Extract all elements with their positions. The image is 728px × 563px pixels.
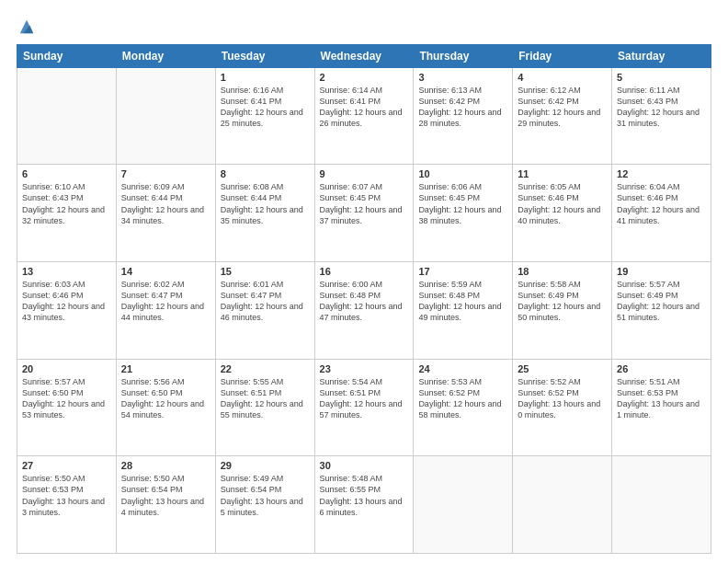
calendar-cell: 26Sunrise: 5:51 AM Sunset: 6:53 PM Dayli… (612, 359, 711, 456)
day-number: 5 (617, 72, 706, 83)
day-number: 28 (121, 460, 210, 471)
day-number: 14 (121, 266, 210, 277)
calendar-cell: 16Sunrise: 6:00 AM Sunset: 6:48 PM Dayli… (314, 261, 414, 359)
calendar-cell (414, 456, 513, 554)
day-content: Sunrise: 5:57 AM Sunset: 6:49 PM Dayligh… (617, 279, 706, 324)
day-number: 15 (221, 266, 310, 277)
day-content: Sunrise: 6:04 AM Sunset: 6:46 PM Dayligh… (617, 181, 706, 226)
calendar-cell: 30Sunrise: 5:48 AM Sunset: 6:55 PM Dayli… (314, 456, 414, 554)
day-number: 21 (121, 363, 210, 374)
calendar-cell (17, 67, 117, 165)
calendar-cell: 27Sunrise: 5:50 AM Sunset: 6:53 PM Dayli… (17, 456, 117, 554)
day-content: Sunrise: 5:50 AM Sunset: 6:54 PM Dayligh… (121, 473, 210, 518)
day-number: 25 (518, 363, 607, 374)
calendar-cell: 9Sunrise: 6:07 AM Sunset: 6:45 PM Daylig… (314, 165, 414, 262)
day-number: 17 (418, 266, 507, 277)
day-number: 29 (221, 460, 310, 471)
day-content: Sunrise: 6:05 AM Sunset: 6:46 PM Dayligh… (518, 181, 607, 226)
calendar-cell: 21Sunrise: 5:56 AM Sunset: 6:50 PM Dayli… (116, 359, 215, 456)
day-number: 23 (320, 363, 409, 374)
day-number: 3 (418, 72, 507, 83)
calendar-cell: 13Sunrise: 6:03 AM Sunset: 6:46 PM Dayli… (17, 261, 117, 359)
calendar-cell: 24Sunrise: 5:53 AM Sunset: 6:52 PM Dayli… (414, 359, 513, 456)
calendar-cell: 4Sunrise: 6:12 AM Sunset: 6:42 PM Daylig… (513, 67, 612, 165)
weekday-header-cell: Friday (513, 44, 612, 67)
calendar-cell: 2Sunrise: 6:14 AM Sunset: 6:41 PM Daylig… (314, 67, 414, 165)
day-content: Sunrise: 5:48 AM Sunset: 6:55 PM Dayligh… (320, 473, 409, 518)
day-number: 10 (418, 168, 507, 179)
weekday-header-cell: Thursday (414, 44, 513, 67)
calendar-cell (513, 456, 612, 554)
day-number: 13 (22, 266, 111, 277)
day-number: 2 (320, 72, 409, 83)
day-content: Sunrise: 6:06 AM Sunset: 6:45 PM Dayligh… (418, 181, 507, 226)
calendar-cell: 20Sunrise: 5:57 AM Sunset: 6:50 PM Dayli… (17, 359, 117, 456)
day-content: Sunrise: 6:11 AM Sunset: 6:43 PM Dayligh… (617, 85, 706, 130)
calendar-cell: 28Sunrise: 5:50 AM Sunset: 6:54 PM Dayli… (116, 456, 215, 554)
day-number: 30 (320, 460, 409, 471)
weekday-header-cell: Sunday (17, 44, 117, 67)
day-content: Sunrise: 5:54 AM Sunset: 6:51 PM Dayligh… (320, 376, 409, 421)
day-number: 22 (221, 363, 310, 374)
calendar-cell: 18Sunrise: 5:58 AM Sunset: 6:49 PM Dayli… (513, 261, 612, 359)
day-content: Sunrise: 6:01 AM Sunset: 6:47 PM Dayligh… (221, 279, 310, 324)
calendar-week-row: 6Sunrise: 6:10 AM Sunset: 6:43 PM Daylig… (17, 165, 711, 262)
calendar-cell: 5Sunrise: 6:11 AM Sunset: 6:43 PM Daylig… (612, 67, 711, 165)
day-number: 1 (221, 72, 310, 83)
calendar-cell: 10Sunrise: 6:06 AM Sunset: 6:45 PM Dayli… (414, 165, 513, 262)
day-number: 20 (22, 363, 111, 374)
day-content: Sunrise: 6:02 AM Sunset: 6:47 PM Dayligh… (121, 279, 210, 324)
day-content: Sunrise: 5:51 AM Sunset: 6:53 PM Dayligh… (617, 376, 706, 421)
calendar-cell (116, 67, 215, 165)
day-number: 16 (320, 266, 409, 277)
day-content: Sunrise: 5:52 AM Sunset: 6:52 PM Dayligh… (518, 376, 607, 421)
day-number: 8 (221, 168, 310, 179)
calendar-cell: 8Sunrise: 6:08 AM Sunset: 6:44 PM Daylig… (215, 165, 314, 262)
day-content: Sunrise: 5:55 AM Sunset: 6:51 PM Dayligh… (221, 376, 310, 421)
day-number: 9 (320, 168, 409, 179)
calendar-cell: 6Sunrise: 6:10 AM Sunset: 6:43 PM Daylig… (17, 165, 117, 262)
calendar-cell (612, 456, 711, 554)
day-content: Sunrise: 6:13 AM Sunset: 6:42 PM Dayligh… (418, 85, 507, 130)
day-content: Sunrise: 5:53 AM Sunset: 6:52 PM Dayligh… (418, 376, 507, 421)
day-content: Sunrise: 6:12 AM Sunset: 6:42 PM Dayligh… (518, 85, 607, 130)
day-number: 12 (617, 168, 706, 179)
calendar-cell: 1Sunrise: 6:16 AM Sunset: 6:41 PM Daylig… (215, 67, 314, 165)
day-content: Sunrise: 6:07 AM Sunset: 6:45 PM Dayligh… (320, 181, 409, 226)
calendar-week-row: 27Sunrise: 5:50 AM Sunset: 6:53 PM Dayli… (17, 456, 711, 554)
page: SundayMondayTuesdayWednesdayThursdayFrid… (0, 0, 728, 563)
day-number: 24 (418, 363, 507, 374)
day-number: 19 (617, 266, 706, 277)
day-content: Sunrise: 5:58 AM Sunset: 6:49 PM Dayligh… (518, 279, 607, 324)
day-content: Sunrise: 5:57 AM Sunset: 6:50 PM Dayligh… (22, 376, 111, 421)
weekday-header-cell: Wednesday (314, 44, 414, 67)
day-number: 7 (121, 168, 210, 179)
day-number: 4 (518, 72, 607, 83)
day-content: Sunrise: 5:59 AM Sunset: 6:48 PM Dayligh… (418, 279, 507, 324)
calendar-week-row: 13Sunrise: 6:03 AM Sunset: 6:46 PM Dayli… (17, 261, 711, 359)
calendar-cell: 29Sunrise: 5:49 AM Sunset: 6:54 PM Dayli… (215, 456, 314, 554)
calendar-cell: 17Sunrise: 5:59 AM Sunset: 6:48 PM Dayli… (414, 261, 513, 359)
calendar-cell: 22Sunrise: 5:55 AM Sunset: 6:51 PM Dayli… (215, 359, 314, 456)
header (17, 17, 711, 35)
calendar-cell: 25Sunrise: 5:52 AM Sunset: 6:52 PM Dayli… (513, 359, 612, 456)
calendar-cell: 14Sunrise: 6:02 AM Sunset: 6:47 PM Dayli… (116, 261, 215, 359)
day-content: Sunrise: 6:14 AM Sunset: 6:41 PM Dayligh… (320, 85, 409, 130)
weekday-header-cell: Tuesday (215, 44, 314, 67)
calendar-week-row: 20Sunrise: 5:57 AM Sunset: 6:50 PM Dayli… (17, 359, 711, 456)
day-content: Sunrise: 6:09 AM Sunset: 6:44 PM Dayligh… (121, 181, 210, 226)
weekday-header-cell: Saturday (612, 44, 711, 67)
calendar-cell: 7Sunrise: 6:09 AM Sunset: 6:44 PM Daylig… (116, 165, 215, 262)
day-content: Sunrise: 6:10 AM Sunset: 6:43 PM Dayligh… (22, 181, 111, 226)
weekday-header-cell: Monday (116, 44, 215, 67)
logo (17, 17, 35, 35)
day-number: 6 (22, 168, 111, 179)
day-number: 11 (518, 168, 607, 179)
calendar-body: 1Sunrise: 6:16 AM Sunset: 6:41 PM Daylig… (17, 67, 711, 553)
calendar-cell: 15Sunrise: 6:01 AM Sunset: 6:47 PM Dayli… (215, 261, 314, 359)
day-content: Sunrise: 6:00 AM Sunset: 6:48 PM Dayligh… (320, 279, 409, 324)
logo-icon (18, 18, 35, 35)
weekday-header-row: SundayMondayTuesdayWednesdayThursdayFrid… (17, 44, 711, 67)
calendar-cell: 3Sunrise: 6:13 AM Sunset: 6:42 PM Daylig… (414, 67, 513, 165)
calendar-table: SundayMondayTuesdayWednesdayThursdayFrid… (17, 44, 711, 554)
